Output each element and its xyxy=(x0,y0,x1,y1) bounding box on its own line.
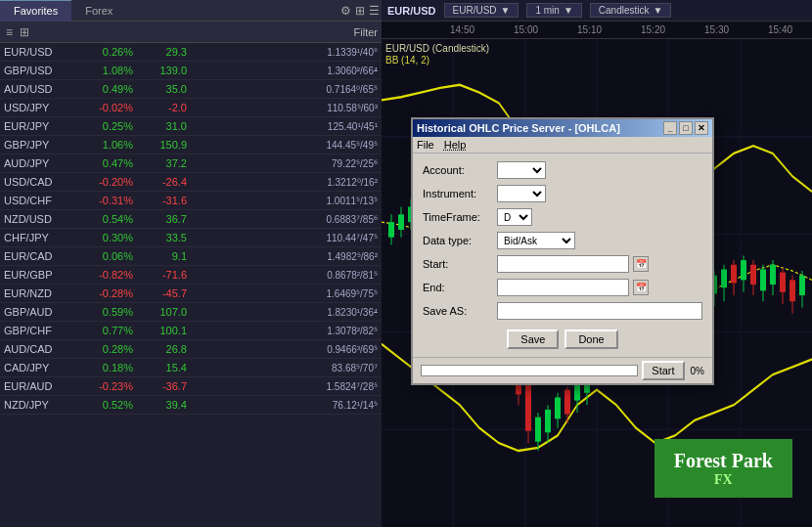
forex-table[interactable]: EUR/USD 0.26% 29.3 1.1339¹/40° GBP/USD 1… xyxy=(0,43,382,527)
svg-rect-89 xyxy=(770,265,776,285)
forex-row[interactable]: EUR/NZD -0.28% -45.7 1.6469⁵/75⁵ xyxy=(0,285,382,303)
pair-cell: CHF/JPY xyxy=(4,232,74,243)
pct-cell: 0.52% xyxy=(74,399,133,411)
forex-row[interactable]: EUR/CAD 0.06% 9.1 1.4982⁵/86² xyxy=(0,247,382,266)
start-input[interactable] xyxy=(497,255,629,273)
val-cell: -36.7 xyxy=(133,380,187,392)
forex-row[interactable]: USD/CAD -0.20% -26.4 1.3212⁰/16² xyxy=(0,173,382,192)
settings-icon[interactable]: ⚙ xyxy=(338,3,353,19)
logo-line2: FX xyxy=(714,472,733,488)
hamburger-icon[interactable]: ≡ xyxy=(4,24,15,40)
pct-cell: 1.06% xyxy=(74,139,133,151)
pair-dropdown[interactable]: EUR/USD ▼ xyxy=(444,3,519,18)
forex-row[interactable]: GBP/AUD 0.59% 107.0 1.8230¹/36⁴ xyxy=(0,303,382,322)
pct-cell: -0.02% xyxy=(74,102,133,113)
val-cell: 33.5 xyxy=(133,232,187,243)
dialog-close-btn[interactable]: ✕ xyxy=(695,121,708,135)
instrument-row: Instrument: xyxy=(423,185,702,202)
pair-cell: AUD/USD xyxy=(4,83,74,95)
svg-rect-81 xyxy=(731,265,737,284)
dialog-maximize-btn[interactable]: □ xyxy=(679,121,693,135)
price-cell: 83.68⁵/70⁷ xyxy=(187,363,378,373)
save-button[interactable]: Save xyxy=(507,329,559,349)
pair-cell: GBP/AUD xyxy=(4,306,74,318)
price-cell: 1.4982⁵/86² xyxy=(187,251,378,262)
forex-row[interactable]: AUD/JPY 0.47% 37.2 79.22⁵/25⁶ xyxy=(0,154,382,173)
forex-row[interactable]: GBP/USD 1.08% 139.0 1.3060²/66⁴ xyxy=(0,62,382,80)
timeframe-select[interactable]: D xyxy=(497,208,532,226)
timeframe-dropdown[interactable]: 1 min ▼ xyxy=(526,3,581,18)
price-cell: 1.3212⁰/16² xyxy=(187,177,378,188)
pair-cell: CAD/JPY xyxy=(4,362,74,373)
svg-rect-83 xyxy=(741,260,746,280)
start-calendar-btn[interactable]: 📅 xyxy=(633,256,649,272)
end-input[interactable] xyxy=(497,279,629,296)
pct-cell: 0.49% xyxy=(74,83,133,95)
saveas-input[interactable] xyxy=(497,302,702,320)
tab-forex[interactable]: Forex xyxy=(71,0,126,22)
price-cell: 144.45⁵/49⁵ xyxy=(187,140,378,151)
forex-row[interactable]: AUD/CAD 0.28% 26.8 0.9466³/69⁵ xyxy=(0,340,382,359)
dialog-menu-file[interactable]: File xyxy=(417,139,434,151)
dialog-titlebar: Historical OHLC Price Server - [OHLCA] _… xyxy=(413,119,712,137)
instrument-label: Instrument: xyxy=(423,188,491,199)
account-label: Account: xyxy=(423,164,491,176)
start-label: Start: xyxy=(423,258,491,270)
end-calendar-btn[interactable]: 📅 xyxy=(633,280,649,295)
pct-cell: 0.47% xyxy=(74,157,133,169)
pct-cell: 0.28% xyxy=(74,343,133,355)
pair-cell: GBP/USD xyxy=(4,65,74,76)
time-label-4: 15:30 xyxy=(685,24,748,35)
val-cell: -31.6 xyxy=(133,195,187,206)
datatype-select[interactable]: Bid/Ask xyxy=(497,232,575,249)
grid-icon[interactable]: ⊞ xyxy=(353,3,367,19)
forex-row[interactable]: AUD/USD 0.49% 35.0 0.7164⁰/65⁵ xyxy=(0,80,382,99)
forex-row[interactable]: EUR/GBP -0.82% -71.6 0.8678²/81⁵ xyxy=(0,266,382,285)
forex-row[interactable]: CAD/JPY 0.18% 15.4 83.68⁵/70⁷ xyxy=(0,359,382,377)
dialog-body: Account: Instrument: TimeFrame: D xyxy=(413,154,712,357)
list-icon[interactable]: ⊞ xyxy=(18,24,31,40)
left-panel: Favorites Forex ⚙ ⊞ ☰ ≡ ⊞ Filter EUR/USD… xyxy=(0,0,382,527)
price-cell: 1.0011⁵/13⁵ xyxy=(187,196,378,206)
start-row: Start: 📅 xyxy=(423,255,702,273)
forex-row[interactable]: CHF/JPY 0.30% 33.5 110.44⁷/47⁵ xyxy=(0,229,382,247)
forex-row[interactable]: NZD/USD 0.54% 36.7 0.6883⁷/85⁶ xyxy=(0,210,382,229)
tab-favorites[interactable]: Favorites xyxy=(0,0,71,22)
forex-row[interactable]: EUR/JPY 0.25% 31.0 125.40¹/45¹ xyxy=(0,117,382,136)
forex-row[interactable]: EUR/AUD -0.23% -36.7 1.5824⁷/28⁵ xyxy=(0,377,382,396)
start-button[interactable]: Start xyxy=(642,361,684,380)
account-select[interactable] xyxy=(497,161,546,179)
charttype-dropdown[interactable]: Candlestick ▼ xyxy=(590,3,672,18)
dialog-minimize-btn[interactable]: _ xyxy=(663,121,677,135)
toolbar-row: ≡ ⊞ Filter xyxy=(0,22,382,43)
val-cell: -26.4 xyxy=(133,176,187,188)
forex-row[interactable]: USD/JPY -0.02% -2.0 110.58⁵/60³ xyxy=(0,99,382,117)
forex-row[interactable]: NZD/JPY 0.52% 39.4 76.12¹/14⁵ xyxy=(0,396,382,415)
pair-cell: AUD/JPY xyxy=(4,157,74,169)
pct-cell: 1.08% xyxy=(74,65,133,76)
pct-cell: -0.82% xyxy=(74,269,133,281)
done-button[interactable]: Done xyxy=(564,329,617,349)
price-cell: 1.3078²/82⁵ xyxy=(187,326,378,336)
val-cell: 35.0 xyxy=(133,83,187,95)
instrument-select[interactable] xyxy=(497,185,546,202)
forex-row[interactable]: EUR/USD 0.26% 29.3 1.1339¹/40° xyxy=(0,43,382,62)
chart-area: EUR/USD (Candlestick) BB (14, 2) xyxy=(382,39,812,527)
pair-cell: EUR/CAD xyxy=(4,250,74,262)
pct-cell: -0.31% xyxy=(74,195,133,206)
dialog-menu-help[interactable]: Help xyxy=(444,139,467,151)
price-cell: 125.40¹/45¹ xyxy=(187,121,378,132)
val-cell: 31.0 xyxy=(133,120,187,132)
svg-rect-93 xyxy=(789,280,795,301)
price-cell: 1.6469⁵/75⁵ xyxy=(187,288,378,299)
svg-rect-41 xyxy=(535,417,541,442)
menu-icon[interactable]: ☰ xyxy=(367,3,382,19)
val-cell: 36.7 xyxy=(133,213,187,225)
forex-row[interactable]: USD/CHF -0.31% -31.6 1.0011⁵/13⁵ xyxy=(0,192,382,210)
pct-cell: 0.06% xyxy=(74,250,133,262)
price-cell: 0.8678²/81⁵ xyxy=(187,270,378,281)
forex-row[interactable]: GBP/CHF 0.77% 100.1 1.3078²/82⁵ xyxy=(0,322,382,340)
progress-bar-container xyxy=(421,365,638,376)
price-cell: 110.58⁵/60³ xyxy=(187,103,378,113)
forex-row[interactable]: GBP/JPY 1.06% 150.9 144.45⁵/49⁵ xyxy=(0,136,382,154)
